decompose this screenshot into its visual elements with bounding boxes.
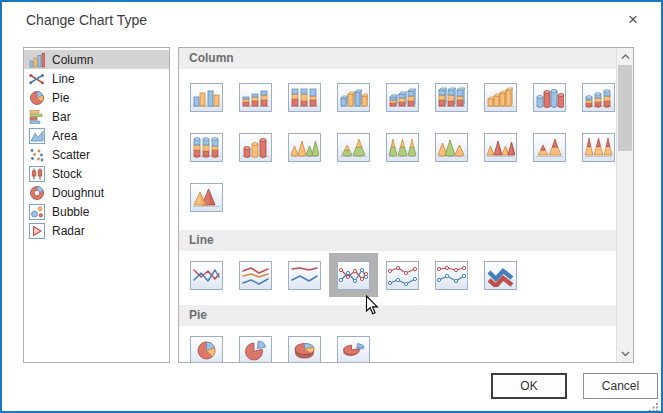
thumb-stacked-cylinder[interactable] [574, 75, 616, 119]
stock-icon [29, 166, 45, 182]
thumb-column-3d[interactable] [476, 75, 525, 119]
cone-3d-icon [435, 133, 468, 162]
clustered-column-icon [190, 83, 223, 112]
section-header-pie: Pie [179, 305, 616, 326]
thumb-stacked-line[interactable] [231, 253, 280, 297]
stacked-pyramid-100-icon [582, 133, 615, 162]
close-icon[interactable]: × [621, 8, 645, 32]
gallery-section-line: Line [179, 230, 616, 297]
stacked-line-100-with-markers-icon [435, 261, 468, 290]
section-header-line: Line [179, 230, 616, 251]
cancel-button[interactable]: Cancel [583, 373, 658, 399]
sidebar-item-radar[interactable]: Radar [24, 221, 169, 240]
stacked-cylinder-100-icon [190, 133, 223, 162]
sidebar-item-label: Radar [52, 224, 85, 238]
sidebar-item-area[interactable]: Area [24, 126, 169, 145]
stacked-cone-icon [337, 133, 370, 162]
line-icon [29, 71, 45, 87]
thumb-stacked-pyramid[interactable] [525, 125, 574, 169]
sidebar-item-scatter[interactable]: Scatter [24, 145, 169, 164]
thumbnail-row [179, 328, 616, 362]
sidebar-item-label: Bubble [52, 205, 89, 219]
chevron-up-icon[interactable] [617, 48, 633, 65]
gallery-section-pie: Pie [179, 305, 616, 362]
thumb-line-3d[interactable] [476, 253, 525, 297]
sidebar-item-stock[interactable]: Stock [24, 164, 169, 183]
thumb-line-with-markers[interactable] [329, 253, 378, 297]
thumb-clustered-cylinder[interactable] [525, 75, 574, 119]
thumbnail-row [179, 253, 616, 297]
column-3d-icon [484, 83, 517, 112]
gallery-content: ColumnLinePie [179, 48, 616, 362]
thumb-exploded-pie[interactable] [231, 328, 280, 362]
thumb-clustered-column[interactable] [182, 75, 231, 119]
stacked-column-icon [239, 83, 272, 112]
thumb-line[interactable] [182, 253, 231, 297]
thumb-exploded-pie-3d[interactable] [329, 328, 378, 362]
thumb-stacked-cone-100[interactable] [378, 125, 427, 169]
vertical-scrollbar[interactable] [616, 48, 633, 362]
thumbnail-row [179, 175, 616, 219]
thumb-clustered-column-3d[interactable] [329, 75, 378, 119]
scrollbar-thumb[interactable] [618, 65, 632, 151]
line-3d-icon [484, 261, 517, 290]
thumb-stacked-line-100[interactable] [280, 253, 329, 297]
thumb-clustered-pyramid[interactable] [476, 125, 525, 169]
pie-icon [190, 336, 223, 363]
stacked-column-100-icon [288, 83, 321, 112]
sidebar-item-label: Area [52, 129, 77, 143]
dialog-title: Change Chart Type [26, 12, 147, 28]
ok-button[interactable]: OK [491, 373, 567, 399]
stacked-line-100-icon [288, 261, 321, 290]
stacked-column-100-3d-icon [435, 83, 468, 112]
thumb-pyramid-3d[interactable] [182, 175, 231, 219]
thumb-stacked-column-100-3d[interactable] [427, 75, 476, 119]
cylinder-3d-icon [239, 133, 272, 162]
sidebar-item-label: Doughnut [52, 186, 104, 200]
chevron-down-icon[interactable] [617, 345, 633, 362]
resize-grip[interactable] [648, 398, 658, 408]
sidebar-item-label: Line [52, 72, 75, 86]
section-header-column: Column [179, 48, 616, 69]
clustered-pyramid-icon [484, 133, 517, 162]
thumb-cone-3d[interactable] [427, 125, 476, 169]
thumb-pie-3d[interactable] [280, 328, 329, 362]
bar-icon [29, 109, 45, 125]
area-icon [29, 128, 45, 144]
stacked-line-with-markers-icon [386, 261, 419, 290]
stacked-pyramid-icon [533, 133, 566, 162]
sidebar-item-label: Scatter [52, 148, 90, 162]
sidebar-item-bubble[interactable]: Bubble [24, 202, 169, 221]
thumb-stacked-line-with-markers[interactable] [378, 253, 427, 297]
thumb-cylinder-3d[interactable] [231, 125, 280, 169]
thumb-stacked-column-3d[interactable] [378, 75, 427, 119]
chart-type-gallery: ColumnLinePie [178, 47, 634, 363]
thumb-stacked-pyramid-100[interactable] [574, 125, 616, 169]
sidebar-item-doughnut[interactable]: Doughnut [24, 183, 169, 202]
sidebar-item-line[interactable]: Line [24, 69, 169, 88]
sidebar-item-pie[interactable]: Pie [24, 88, 169, 107]
doughnut-icon [29, 185, 45, 201]
thumb-clustered-cone[interactable] [280, 125, 329, 169]
clustered-cylinder-icon [533, 83, 566, 112]
thumbnail-row [179, 125, 616, 169]
thumb-stacked-column-100[interactable] [280, 75, 329, 119]
change-chart-type-dialog: Change Chart Type × ColumnLinePieBarArea… [0, 0, 663, 413]
sidebar-item-bar[interactable]: Bar [24, 107, 169, 126]
stacked-line-icon [239, 261, 272, 290]
thumb-pie[interactable] [182, 328, 231, 362]
sidebar-item-label: Column [52, 53, 93, 67]
stacked-column-3d-icon [386, 83, 419, 112]
exploded-pie-icon [239, 336, 272, 363]
sidebar-item-label: Bar [52, 110, 71, 124]
thumb-stacked-column[interactable] [231, 75, 280, 119]
clustered-cone-icon [288, 133, 321, 162]
thumb-stacked-line-100-with-markers[interactable] [427, 253, 476, 297]
pie-icon [29, 90, 45, 106]
thumb-stacked-cylinder-100[interactable] [182, 125, 231, 169]
pyramid-3d-icon [190, 183, 223, 212]
sidebar-item-column[interactable]: Column [24, 50, 169, 69]
thumb-stacked-cone[interactable] [329, 125, 378, 169]
chart-category-list: ColumnLinePieBarAreaScatterStockDoughnut… [23, 47, 170, 363]
line-with-markers-icon [337, 261, 370, 290]
